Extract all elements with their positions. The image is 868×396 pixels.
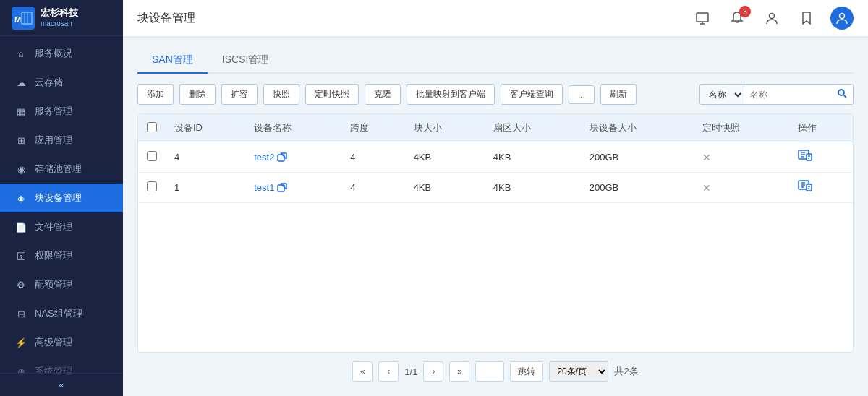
scheduled-icon-0[interactable]: ✕ [702,152,711,163]
sidebar-item-cloud-storage[interactable]: ☁ 云存储 [0,68,123,97]
col-device-name: 设备名称 [245,114,341,142]
avatar[interactable] [830,7,854,30]
sidebar-item-block-manage[interactable]: ◈ 块设备管理 [0,184,123,212]
row-checkbox-0[interactable] [147,151,157,161]
grid-icon: ⊞ [14,134,27,147]
table-row: 1 test1 4 4KB 4KB 200GB ✕ [138,173,853,203]
tab-iscsi[interactable]: ISCSI管理 [208,48,284,74]
tab-bar: SAN管理 ISCSI管理 [137,48,854,74]
cell-block-size-1: 4KB [405,173,485,203]
server-icon: ▦ [14,105,27,118]
page-info: 1/1 [404,366,417,377]
col-device-size: 块设备大小 [581,114,694,142]
action-icon-0[interactable] [798,150,812,164]
col-block-size: 块大小 [405,114,485,142]
page-size-select[interactable]: 20条/页50条/页100条/页 [549,361,608,382]
sidebar-collapse-btn[interactable]: « [0,373,123,396]
prev-page-btn[interactable]: ‹ [378,361,399,382]
search-input[interactable] [744,86,831,103]
sidebar-item-nas-manage[interactable]: ⊟ NAS组管理 [0,299,123,328]
next-page-btn[interactable]: › [423,361,443,382]
search-select[interactable]: 名称ID [700,85,744,104]
batch-map-button[interactable]: 批量映射到客户端 [407,84,495,105]
first-page-btn[interactable]: « [352,361,373,382]
col-sector-size: 扇区大小 [485,114,581,142]
expand-button[interactable]: 扩容 [221,84,258,105]
sidebar-item-service-manage[interactable]: ▦ 服务管理 [0,97,123,126]
svg-point-9 [838,90,844,95]
last-page-btn[interactable]: » [449,361,469,382]
sidebar-item-storage-manage[interactable]: ◉ 存储池管理 [0,155,123,184]
user-icon-btn[interactable] [761,7,783,29]
data-table: 设备ID 设备名称 跨度 块大小 扇区大小 块设备大小 定时快照 操作 4 [137,113,854,353]
device-name-link-1[interactable]: test1 [254,182,333,193]
header-actions: 3 [692,7,854,30]
scheduled-snapshot-button[interactable]: 定时快照 [305,84,359,105]
svg-rect-13 [807,154,812,160]
logo-icon: M [12,7,35,30]
select-all-checkbox[interactable] [147,122,157,132]
page-jump-button[interactable]: 跳转 [510,361,543,382]
database-icon: ◉ [14,163,27,176]
system-icon: ⊕ [14,365,27,373]
sidebar-item-system-manage[interactable]: ⊕ 系统管理 [0,357,123,373]
nas-icon: ⊟ [14,307,27,320]
logo-text: 宏杉科技 macrosan [41,7,78,29]
bell-badge: 3 [739,6,751,17]
sidebar: M 宏杉科技 macrosan ⌂ 服务概况 ☁ 云存储 ▦ 服务管理 ⊞ 应用… [0,0,123,396]
tab-san[interactable]: SAN管理 [137,48,208,74]
screen-icon-btn[interactable] [692,7,713,29]
sidebar-item-service-overview[interactable]: ⌂ 服务概况 [0,39,123,68]
sidebar-item-file-manage[interactable]: 📄 文件管理 [0,212,123,241]
cell-action-1 [789,173,853,203]
page-title: 块设备管理 [137,11,195,26]
sidebar-item-config-manage[interactable]: ⚙ 配额管理 [0,270,123,299]
page-jump-input[interactable] [475,361,504,382]
total-info: 共2条 [614,365,638,378]
search-button[interactable] [831,85,853,104]
svg-rect-16 [807,184,812,191]
add-button[interactable]: 添加 [137,84,174,105]
search-box: 名称ID [699,84,854,105]
row-checkbox-cell [138,142,166,173]
refresh-button[interactable]: 刷新 [600,84,637,105]
file-icon: 📄 [14,220,27,233]
svg-point-7 [770,14,775,19]
sidebar-item-app-manage[interactable]: ⊞ 应用管理 [0,126,123,155]
more-button[interactable]: ... [569,85,595,104]
cell-sector-size-1: 4KB [485,173,581,203]
cube-icon: ◈ [14,191,27,205]
scheduled-icon-1[interactable]: ✕ [702,182,711,194]
sidebar-item-permission-manage[interactable]: ⚿ 权限管理 [0,241,123,270]
snapshot-button[interactable]: 快照 [263,84,299,105]
advanced-icon: ⚡ [14,336,27,349]
bookmark-icon-btn[interactable] [796,7,817,29]
main-content: 块设备管理 3 [123,0,868,396]
row-checkbox-cell [138,173,166,203]
row-checkbox-1[interactable] [147,181,157,191]
action-icon-1[interactable] [798,180,812,194]
cell-block-size-0: 4KB [405,142,485,173]
delete-button[interactable]: 删除 [179,84,216,105]
cell-device-id-1: 1 [166,173,245,203]
cloud-icon: ☁ [14,76,27,89]
cell-scheduled-1: ✕ [694,173,790,203]
device-name-link-0[interactable]: test2 [254,152,333,163]
svg-line-10 [844,95,847,98]
clone-button[interactable]: 克隆 [365,84,401,105]
col-checkbox [138,114,166,142]
header: 块设备管理 3 [123,0,868,36]
col-scheduled: 定时快照 [694,114,790,142]
sidebar-item-advanced-manage[interactable]: ⚡ 高级管理 [0,328,123,357]
col-action: 操作 [789,114,853,142]
bell-icon-btn[interactable]: 3 [726,7,748,29]
col-device-id: 设备ID [166,114,245,142]
cell-sector-size-0: 4KB [485,142,581,173]
logo: M 宏杉科技 macrosan [0,0,123,36]
cell-span-0: 4 [341,142,404,173]
cell-device-name-0: test2 [245,142,341,173]
cell-action-0 [789,142,853,173]
cell-device-name-1: test1 [245,173,341,203]
client-query-button[interactable]: 客户端查询 [501,84,563,105]
svg-point-8 [840,14,845,19]
